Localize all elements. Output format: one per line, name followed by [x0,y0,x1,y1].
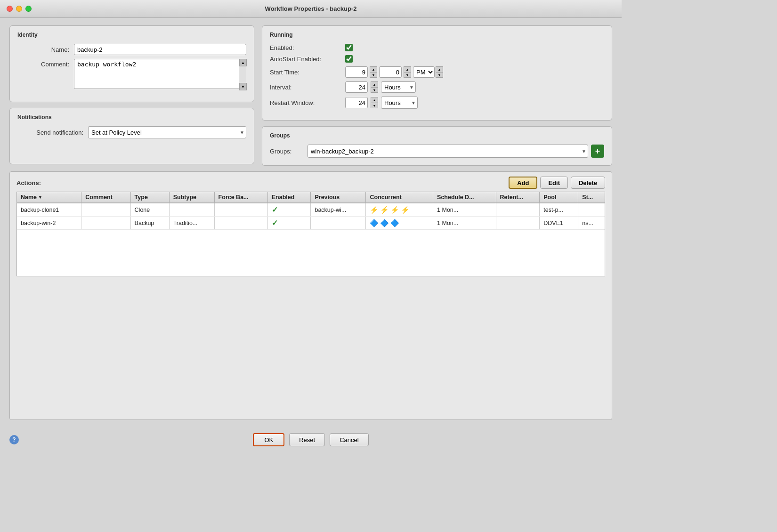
actions-buttons: Add Edit Delete [509,177,605,189]
running-panel: Running Enabled: AutoStart Enabled: Star… [262,25,612,121]
actions-table-area: Name ▼ Comment Type Subtype Force Ba... … [16,192,605,276]
cell-subtype [169,203,214,217]
actions-table: Name ▼ Comment Type Subtype Force Ba... … [17,192,605,230]
col-pool: Pool [540,192,578,203]
cell-previous: backup-wi... [311,203,366,217]
interval-row: Interval: ▲ ▼ Hours Days Minutes [270,81,604,93]
titlebar: Workflow Properties - backup-2 [0,0,622,18]
interval-input[interactable] [345,81,368,93]
col-force-ba: Force Ba... [214,192,267,203]
ok-button[interactable]: OK [253,433,284,446]
restart-unit-wrapper: Hours Days Minutes ▼ [381,97,418,109]
scroll-down[interactable]: ▼ [239,83,247,90]
min-up-btn[interactable]: ▲ [404,66,411,72]
actions-bar: Actions: Add Edit Delete [16,177,605,189]
min-down-btn[interactable]: ▼ [404,72,411,78]
restart-spinner: ▲ ▼ [371,97,378,108]
groups-row: Groups: win-backup2_backup-2 ▼ + [270,145,604,158]
bottom-bar: ? OK Reset Cancel [0,427,622,452]
table-row[interactable]: backup-win-2 Backup Traditio... ✓ 🔷 🔷 🔷 [17,217,605,230]
notifications-panel: Notifications Send notification: Set at … [9,108,254,164]
name-sort-icon: ▼ [38,195,42,200]
cell-retent [496,217,540,230]
col-enabled: Enabled [267,192,311,203]
ampm-down-btn[interactable]: ▼ [436,72,443,78]
col-schedule-d: Schedule D... [433,192,496,203]
left-panels: Identity Name: Comment: ▲ ▼ [9,25,254,166]
concurrent-icon-b1: 🔷 [370,219,379,227]
comment-row: Comment: ▲ ▼ [17,59,246,90]
edit-action-button[interactable]: Edit [540,177,568,189]
groups-label: Groups: [270,148,308,155]
comment-wrapper: ▲ ▼ [74,59,246,90]
restart-label: Restart Window: [270,99,345,106]
autostart-label: AutoStart Enabled: [270,56,345,63]
ampm-select[interactable]: PM AM [413,66,435,78]
send-notification-label: Send notification: [17,129,83,136]
cell-comment [81,203,130,217]
minimize-button[interactable] [16,6,22,12]
restart-up-btn[interactable]: ▲ [371,97,378,103]
restart-input[interactable] [345,97,368,108]
groups-select[interactable]: win-backup2_backup-2 [308,145,588,158]
identity-title: Identity [17,32,246,38]
restart-down-btn[interactable]: ▼ [371,103,378,108]
send-notification-row: Send notification: Set at Policy Level E… [17,126,246,138]
cell-st [578,203,605,217]
help-icon[interactable]: ? [9,435,19,444]
concurrent-icons-2: 🔷 🔷 🔷 [370,219,429,227]
cell-st: ns... [578,217,605,230]
interval-up-btn[interactable]: ▲ [371,81,378,87]
starttime-row: Start Time: ▲ ▼ ▲ ▼ [270,66,604,78]
ampm-wrapper: PM AM ▲ ▼ [413,66,443,78]
cell-schedule-d: 1 Mon... [433,217,496,230]
interval-unit-select[interactable]: Hours Days Minutes [381,81,416,93]
enabled-checkbox[interactable] [345,44,353,51]
col-st: St... [578,192,605,203]
cell-concurrent: 🔷 🔷 🔷 [366,217,433,230]
interval-down-btn[interactable]: ▼ [371,87,378,93]
cell-name: backup-win-2 [17,217,81,230]
restart-unit-select[interactable]: Hours Days Minutes [381,97,418,109]
ampm-up-btn[interactable]: ▲ [436,66,443,72]
hour-down-btn[interactable]: ▼ [370,72,377,78]
identity-panel: Identity Name: Comment: ▲ ▼ [9,25,254,102]
autostart-checkbox[interactable] [345,55,353,63]
groups-panel: Groups Groups: win-backup2_backup-2 ▼ + [262,126,612,166]
col-type: Type [130,192,169,203]
add-action-button[interactable]: Add [509,177,537,189]
starttime-label: Start Time: [270,69,345,76]
add-group-button[interactable]: + [591,145,604,158]
cell-concurrent: ⚡ ⚡ ⚡ ⚡ [366,203,433,217]
cancel-button[interactable]: Cancel [330,433,368,446]
window-title: Workflow Properties - backup-2 [265,5,357,12]
min-spinner: ▲ ▼ [404,66,411,78]
starttime-hour-input[interactable] [345,66,368,78]
table-body: backup-clone1 Clone ✓ backup-wi... ⚡ ⚡ ⚡ [17,203,605,230]
scroll-up[interactable]: ▲ [239,59,247,66]
concurrent-icon-b3: 🔷 [390,219,399,227]
starttime-min-input[interactable] [379,66,402,78]
cell-pool: test-p... [540,203,578,217]
col-comment: Comment [81,192,130,203]
send-notification-select-wrapper: Set at Policy Level Enabled Disabled ▼ [88,126,246,138]
comment-scrollbar[interactable]: ▲ ▼ [239,59,246,90]
actions-label: Actions: [16,179,41,186]
cell-subtype: Traditio... [169,217,214,230]
delete-action-button[interactable]: Delete [571,177,605,189]
reset-button[interactable]: Reset [289,433,325,446]
enabled-row: Enabled: [270,44,604,51]
comment-label: Comment: [17,61,69,68]
enabled-check-icon: ✓ [272,206,278,214]
comment-input[interactable] [74,59,246,89]
concurrent-icons: ⚡ ⚡ ⚡ ⚡ [370,206,429,214]
hour-up-btn[interactable]: ▲ [370,66,377,72]
concurrent-icon-1: ⚡ [370,206,379,214]
close-button[interactable] [7,6,13,12]
send-notification-select[interactable]: Set at Policy Level Enabled Disabled [88,126,246,138]
interval-unit-wrapper: Hours Days Minutes ▼ [381,81,416,93]
table-row[interactable]: backup-clone1 Clone ✓ backup-wi... ⚡ ⚡ ⚡ [17,203,605,217]
name-input[interactable] [74,44,246,55]
maximize-button[interactable] [25,6,32,12]
col-concurrent: Concurrent [366,192,433,203]
